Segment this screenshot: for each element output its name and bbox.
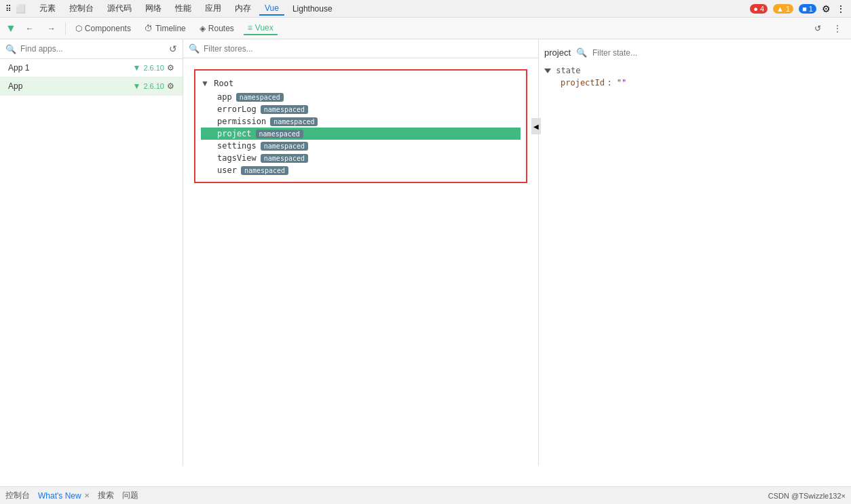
store-errorlog-badge: namespaced [261, 105, 308, 114]
bottom-tab-issues[interactable]: 问题 [122, 490, 138, 501]
bottom-tab-console[interactable]: 控制台 [5, 490, 30, 501]
store-user-badge: namespaced [241, 166, 288, 175]
store-item-errorlog[interactable]: errorLog namespaced [201, 103, 521, 115]
vuex-button[interactable]: ≡ Vuex [244, 22, 278, 35]
bottom-tab-whatsnew[interactable]: What's New ✕ [38, 491, 90, 501]
info-badge: ■ 1 [799, 4, 816, 14]
vuex-label: Vuex [255, 23, 273, 33]
find-apps-bar: 🔍 ↺ [0, 39, 183, 59]
app-1-name: App 1 [8, 63, 29, 73]
components-icon: ⬡ [75, 24, 82, 33]
panel-header: project 🔍 [544, 45, 846, 63]
store-user-name: user [217, 166, 237, 175]
components-button[interactable]: ⬡ Components [71, 22, 135, 35]
state-colon: : [607, 78, 616, 88]
refresh-apps-button[interactable]: ↺ [169, 43, 177, 54]
app-2-version: ▼ 2.6.10 ⚙ [133, 81, 174, 91]
routes-label: Routes [208, 24, 234, 33]
store-project-badge: namespaced [256, 130, 303, 138]
state-items: projectId : "" [544, 78, 846, 88]
whatsnew-label: What's New [38, 491, 81, 501]
toolbar-right: ↺ ⋮ [810, 22, 846, 35]
store-project-name: project [217, 129, 252, 138]
store-settings-badge: namespaced [261, 142, 308, 151]
store-item-tagsview[interactable]: tagsView namespaced [201, 152, 521, 164]
store-settings-name: settings [217, 141, 257, 151]
menu-bar: ⠿ ⬜ 元素 控制台 源代码 网络 性能 应用 内存 Vue Lighthous… [0, 0, 851, 18]
app-item-1[interactable]: App 1 ▼ 2.6.10 ⚙ [0, 59, 183, 77]
app-2-name: App [8, 81, 22, 91]
toolbar: ▼ ← → ⬡ Components ⏱ Timeline ◈ Routes ≡… [0, 18, 851, 39]
timeline-button[interactable]: ⏱ Timeline [140, 22, 190, 35]
collapse-panel-button[interactable]: ◀ [531, 118, 541, 134]
vue-version-icon-1: ▼ [133, 63, 141, 73]
app-1-version-number: 2.6.10 [143, 64, 164, 72]
refresh-button[interactable]: ↺ [810, 22, 825, 35]
filter-state-input[interactable] [592, 48, 846, 58]
menu-item-console[interactable]: 控制台 [64, 1, 99, 16]
root-label: Root [214, 79, 233, 88]
filter-state-icon: 🔍 [576, 47, 587, 58]
bottom-right-text: CSDN @TSwizzle132× [768, 492, 846, 500]
menu-icons: ⠿ ⬜ [5, 4, 26, 14]
app-1-gear-icon[interactable]: ⚙ [167, 63, 174, 73]
store-tagsview-badge: namespaced [261, 154, 308, 163]
more-options-button[interactable]: ⋮ [829, 22, 846, 35]
find-apps-input[interactable] [20, 44, 165, 54]
root-node: ▼ Root [201, 76, 521, 91]
back-button[interactable]: ← [22, 22, 38, 35]
app-item-2[interactable]: App ▼ 2.6.10 ⚙ [0, 77, 183, 96]
store-item-user[interactable]: user namespaced [201, 164, 521, 176]
components-label: Components [85, 24, 131, 33]
store-tree: ▼ Root app namespaced errorLog namespace… [194, 69, 527, 183]
routes-icon: ◈ [200, 24, 206, 33]
root-toggle[interactable]: ▼ [201, 79, 209, 88]
state-toggle[interactable] [544, 69, 551, 73]
filter-icon: 🔍 [189, 43, 200, 54]
filter-stores-bar: 🔍 [183, 39, 538, 58]
bottom-bar: 控制台 What's New ✕ 搜索 问题 CSDN @TSwizzle132… [0, 486, 851, 504]
whatsnew-close-icon[interactable]: ✕ [84, 492, 90, 499]
right-panel: project 🔍 state projectId : "" [539, 39, 851, 466]
store-app-badge: namespaced [236, 93, 284, 102]
store-item-project[interactable]: project namespaced [201, 128, 521, 140]
store-app-name: app [217, 92, 232, 102]
grid-icon: ⠿ [5, 4, 12, 14]
store-errorlog-name: errorLog [217, 104, 257, 114]
menu-item-memory[interactable]: 内存 [229, 1, 257, 16]
state-value-projectid: "" [617, 78, 626, 88]
app-2-gear-icon[interactable]: ⚙ [167, 81, 174, 91]
bottom-tab-search[interactable]: 搜索 [98, 490, 114, 501]
store-item-settings[interactable]: settings namespaced [201, 140, 521, 152]
vue-logo: ▼ [5, 22, 16, 35]
warning-badge: ▲ 1 [773, 4, 793, 14]
store-item-app[interactable]: app namespaced [201, 91, 521, 103]
project-title: project [544, 47, 571, 58]
timeline-icon: ⏱ [145, 24, 153, 33]
more-icon[interactable]: ⋮ [836, 3, 846, 14]
routes-button[interactable]: ◈ Routes [195, 22, 238, 35]
middle-panel: 🔍 ▼ Root app namespaced errorLog namespa… [183, 39, 539, 466]
main-layout: 🔍 ↺ App 1 ▼ 2.6.10 ⚙ App ▼ 2.6.10 ⚙ [0, 39, 851, 466]
forward-button[interactable]: → [43, 22, 60, 35]
menu-item-vue[interactable]: Vue [259, 2, 284, 16]
state-section: state projectId : "" [544, 63, 846, 90]
app-list: App 1 ▼ 2.6.10 ⚙ App ▼ 2.6.10 ⚙ [0, 59, 183, 466]
settings-icon[interactable]: ⚙ [822, 3, 831, 14]
menu-item-application[interactable]: 应用 [200, 1, 227, 16]
filter-stores-input[interactable] [204, 44, 533, 54]
menu-item-sources[interactable]: 源代码 [102, 1, 137, 16]
menu-bar-right: ● 4 ▲ 1 ■ 1 ⚙ ⋮ [750, 3, 846, 14]
menu-item-performance[interactable]: 性能 [170, 1, 197, 16]
menu-item-lighthouse[interactable]: Lighthouse [287, 3, 338, 15]
vuex-icon: ≡ [248, 23, 252, 33]
store-item-permission[interactable]: permission namespaced [201, 115, 521, 128]
store-tagsview-name: tagsView [217, 153, 257, 163]
timeline-label: Timeline [155, 24, 186, 33]
store-permission-name: permission [217, 117, 266, 126]
menu-item-network[interactable]: 网络 [140, 1, 167, 16]
vue-version-icon-2: ▼ [133, 81, 141, 91]
state-label: state [556, 66, 580, 75]
menu-item-elements[interactable]: 元素 [34, 1, 61, 16]
app-1-version: ▼ 2.6.10 ⚙ [133, 63, 174, 73]
